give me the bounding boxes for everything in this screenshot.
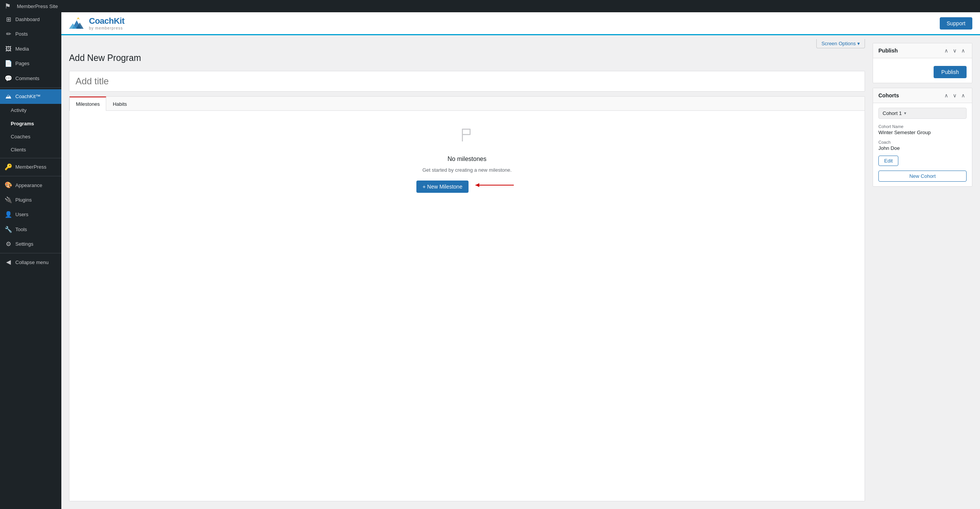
empty-state-title: No milestones — [447, 156, 486, 163]
sidebar-item-label: Plugins — [15, 197, 32, 204]
sidebar-divider-1 — [0, 87, 61, 88]
coach-label: Coach — [878, 140, 967, 144]
tab-habits[interactable]: Habits — [106, 97, 133, 111]
publish-collapse-up-button[interactable]: ∧ — [943, 47, 950, 54]
collapse-icon: ◀ — [5, 258, 12, 266]
publish-metabox: Publish ∧ ∨ ∧ Publish — [873, 43, 972, 83]
annotation-arrow — [472, 181, 518, 190]
publish-collapse-down-button[interactable]: ∨ — [951, 47, 958, 54]
activity-label: Activity — [11, 107, 26, 114]
sidebar-item-activity[interactable]: Activity — [0, 104, 61, 117]
memberpress-icon: 🔑 — [5, 163, 12, 171]
sidebar-item-pages[interactable]: 📄 Pages — [0, 56, 61, 71]
sidebar-item-label: MemberPress — [15, 164, 46, 171]
tab-content-milestones: No milestones Get started by creating a … — [69, 111, 865, 208]
screen-options-chevron: ▾ — [857, 41, 860, 46]
publish-close-button[interactable]: ∧ — [960, 47, 967, 54]
svg-marker-5 — [475, 183, 479, 187]
media-icon: 🖼 — [5, 45, 12, 53]
pages-icon: 📄 — [5, 59, 12, 68]
appearance-icon: 🎨 — [5, 181, 12, 189]
sidebar-divider-2 — [0, 158, 61, 158]
cohort-name-section: Cohort Name Winter Semester Group — [878, 124, 967, 135]
sidebar-item-appearance[interactable]: 🎨 Appearance — [0, 178, 61, 192]
cohorts-metabox: Cohorts ∧ ∨ ∧ Cohort 1 ▾ Coho — [873, 88, 972, 187]
settings-icon: ⚙ — [5, 240, 12, 248]
coach-value: John Doe — [878, 145, 967, 151]
admin-bar: ⚑ MemberPress Site — [0, 0, 980, 12]
sidebar-item-comments[interactable]: 💬 Comments — [0, 71, 61, 86]
right-sidebar: Publish ∧ ∨ ∧ Publish — [873, 43, 972, 501]
sidebar-item-programs[interactable]: Programs — [0, 117, 61, 130]
sidebar-item-label: Tools — [15, 226, 27, 233]
cohorts-metabox-controls: ∧ ∨ ∧ — [943, 92, 967, 99]
page-area: Screen Options ▾ Add New Program Milesto… — [61, 35, 980, 509]
sidebar-item-tools[interactable]: 🔧 Tools — [0, 222, 61, 237]
top-bar: CoachKit by memberpress Support — [61, 12, 980, 35]
tools-icon: 🔧 — [5, 225, 12, 234]
sidebar-item-label: CoachKit™ — [15, 93, 41, 100]
sidebar-item-memberpress[interactable]: 🔑 MemberPress — [0, 160, 61, 174]
posts-icon: ✏ — [5, 30, 12, 38]
sidebar-item-settings[interactable]: ⚙ Settings — [0, 237, 61, 251]
cohort-dropdown-label: Cohort 1 — [883, 110, 902, 116]
cohort-coach-section: Coach John Doe — [878, 140, 967, 151]
sidebar-item-plugins[interactable]: 🔌 Plugins — [0, 193, 61, 207]
sidebar-item-dashboard[interactable]: ⊞ Dashboard — [0, 12, 61, 27]
edit-cohort-button[interactable]: Edit — [878, 156, 898, 166]
new-cohort-button[interactable]: New Cohort — [878, 171, 967, 182]
sidebar-item-label: Collapse menu — [15, 259, 49, 266]
coachkit-submenu: Activity Programs Coaches Clients — [0, 104, 61, 156]
svg-marker-3 — [77, 17, 80, 20]
sidebar-item-users[interactable]: 👤 Users — [0, 207, 61, 222]
dashboard-icon: ⊞ — [5, 15, 12, 24]
page-title: Add New Program — [69, 53, 865, 63]
sidebar-item-label: Dashboard — [15, 16, 40, 23]
sidebar-item-coaches[interactable]: Coaches — [0, 130, 61, 143]
empty-state-description: Get started by creating a new milestone. — [423, 167, 512, 173]
sidebar-item-clients[interactable]: Clients — [0, 143, 61, 156]
publish-metabox-controls: ∧ ∨ ∧ — [943, 47, 967, 54]
coaches-label: Coaches — [11, 133, 30, 140]
cohorts-metabox-header: Cohorts ∧ ∨ ∧ — [873, 88, 972, 103]
sidebar-item-coachkit[interactable]: ⛰ CoachKit™ — [0, 89, 61, 104]
tab-milestones[interactable]: Milestones — [69, 97, 106, 111]
coachkit-logo: CoachKit by memberpress — [69, 16, 125, 30]
publish-button[interactable]: Publish — [934, 66, 967, 78]
tabs-header: Milestones Habits — [69, 97, 865, 111]
cohorts-collapse-down-button[interactable]: ∨ — [951, 92, 958, 99]
programs-label: Programs — [11, 120, 34, 127]
screen-options-label: Screen Options — [821, 41, 856, 46]
sidebar-item-label: Settings — [15, 241, 33, 248]
cohorts-close-button[interactable]: ∧ — [960, 92, 967, 99]
sidebar-item-label: Comments — [15, 75, 39, 82]
tabs-panel: Milestones Habits No milestones Get star… — [69, 96, 865, 501]
coachkit-icon: ⛰ — [5, 92, 12, 101]
sidebar-divider-3 — [0, 176, 61, 176]
cohorts-metabox-title: Cohorts — [878, 92, 899, 99]
sidebar-item-collapse[interactable]: ◀ Collapse menu — [0, 255, 61, 269]
empty-flag-icon — [458, 126, 476, 148]
logo-mountain-icon — [69, 16, 86, 30]
main-content: CoachKit by memberpress Support Screen O… — [61, 12, 980, 509]
cohort-dropdown[interactable]: Cohort 1 ▾ — [878, 108, 967, 119]
publish-metabox-header: Publish ∧ ∨ ∧ — [873, 43, 972, 58]
sidebar-item-label: Posts — [15, 31, 28, 38]
plugins-icon: 🔌 — [5, 196, 12, 204]
cohorts-collapse-up-button[interactable]: ∧ — [943, 92, 950, 99]
comments-icon: 💬 — [5, 74, 12, 83]
publish-metabox-title: Publish — [878, 48, 898, 54]
brand-name: CoachKit — [89, 16, 125, 26]
logo-text: CoachKit by memberpress — [89, 16, 125, 30]
cohort-name-value: Winter Semester Group — [878, 130, 967, 135]
support-button[interactable]: Support — [940, 17, 972, 30]
sidebar-item-posts[interactable]: ✏ Posts — [0, 27, 61, 41]
publish-actions: Publish — [878, 63, 967, 78]
sidebar-item-label: Appearance — [15, 182, 42, 189]
site-name: MemberPress Site — [17, 3, 58, 9]
new-milestone-button[interactable]: + New Milestone — [416, 181, 469, 193]
cohort-name-label: Cohort Name — [878, 124, 967, 129]
screen-options-button[interactable]: Screen Options ▾ — [816, 39, 865, 48]
sidebar-item-media[interactable]: 🖼 Media — [0, 42, 61, 56]
title-input[interactable] — [69, 71, 865, 92]
